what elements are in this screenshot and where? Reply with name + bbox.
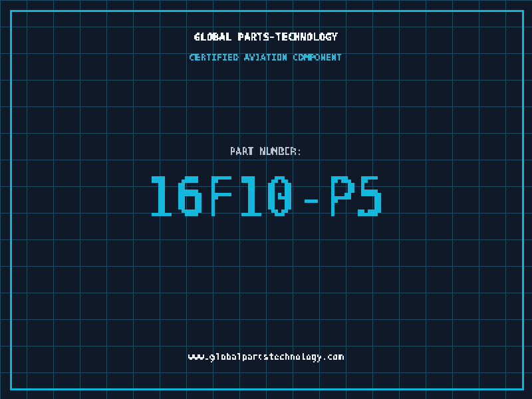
certification-tagline: [0, 50, 532, 66]
company-name: [0, 29, 532, 46]
website-url: [0, 349, 532, 365]
part-number-value: [0, 160, 532, 236]
blueprint-grid-background: [0, 0, 532, 399]
part-number-label: [0, 143, 532, 160]
